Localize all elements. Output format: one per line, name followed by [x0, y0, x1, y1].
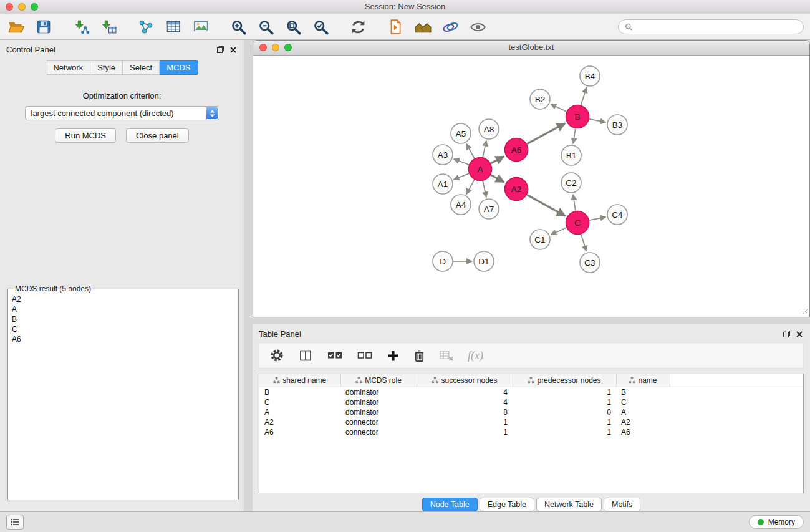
- status-menu-button[interactable]: [6, 515, 24, 530]
- network-node-C2[interactable]: C2: [561, 173, 581, 193]
- network-node-A3[interactable]: A3: [433, 145, 453, 165]
- dropdown-stepper-icon: [206, 107, 218, 119]
- network-edge-A-A6[interactable]: [491, 157, 504, 163]
- network-node-B1[interactable]: B1: [561, 145, 581, 165]
- tab-motifs[interactable]: Motifs: [604, 498, 640, 511]
- table-row[interactable]: A6connector11A6: [259, 427, 803, 437]
- run-mcds-button[interactable]: Run MCDS: [55, 128, 116, 143]
- network-node-D1[interactable]: D1: [474, 251, 494, 271]
- import-network-icon[interactable]: [71, 17, 91, 37]
- network-edge-A-A5[interactable]: [466, 144, 475, 158]
- network-canvas-area[interactable]: B4B2BB3A8A5A6B1A3AC2A1A2A4A7C4CC1C3DD1: [253, 56, 809, 317]
- network-edge-B-B2[interactable]: [551, 104, 566, 112]
- network-edge-B-B4[interactable]: [581, 87, 587, 105]
- new-table-icon[interactable]: [163, 17, 183, 37]
- column-header-successor-nodes[interactable]: successor nodes: [417, 374, 513, 387]
- network-node-A5[interactable]: A5: [451, 123, 471, 143]
- column-layout-icon[interactable]: [298, 348, 313, 363]
- zoom-selected-icon[interactable]: [311, 17, 330, 37]
- network-node-A7[interactable]: A7: [479, 199, 499, 219]
- network-node-A[interactable]: A: [469, 158, 492, 181]
- network-edge-A2-C[interactable]: [527, 195, 565, 216]
- float-panel-icon[interactable]: [217, 46, 224, 53]
- network-node-C[interactable]: C: [566, 211, 589, 235]
- function-builder-icon[interactable]: f(x): [468, 349, 483, 362]
- network-canvas[interactable]: B4B2BB3A8A5A6B1A3AC2A1A2A4A7C4CC1C3DD1: [253, 56, 809, 317]
- tab-select[interactable]: Select: [123, 60, 160, 75]
- first-neighbors-icon[interactable]: [413, 17, 433, 37]
- help-document-icon[interactable]: [385, 17, 405, 37]
- memory-button[interactable]: Memory: [749, 515, 804, 529]
- tab-node-table[interactable]: Node Table: [422, 498, 478, 511]
- network-edge-A-A1[interactable]: [454, 173, 469, 180]
- delete-table-icon[interactable]: [439, 349, 454, 362]
- network-node-A2[interactable]: A2: [505, 178, 528, 201]
- zoom-fit-icon[interactable]: [283, 17, 303, 37]
- network-node-C1[interactable]: C1: [530, 230, 550, 249]
- svg-text:B2: B2: [535, 95, 546, 104]
- column-header-mcds-role[interactable]: MCDS role: [340, 374, 417, 387]
- table-row[interactable]: Cdominator41C: [259, 397, 803, 407]
- network-edge-C-C1[interactable]: [551, 228, 566, 235]
- gear-icon[interactable]: [269, 348, 284, 363]
- network-edge-B-B1[interactable]: [573, 128, 576, 143]
- network-edge-A6-B[interactable]: [527, 123, 565, 144]
- close-panel-button[interactable]: Close panel: [126, 128, 189, 143]
- network-node-B[interactable]: B: [566, 105, 589, 128]
- filter-icon[interactable]: [440, 17, 460, 37]
- search-box[interactable]: [618, 19, 804, 34]
- resize-grip-icon[interactable]: [801, 307, 809, 317]
- criterion-dropdown[interactable]: largest connected component (directed): [25, 106, 219, 120]
- network-node-A1[interactable]: A1: [433, 174, 453, 194]
- import-table-icon[interactable]: [99, 17, 118, 37]
- network-edge-A-A3[interactable]: [454, 159, 469, 165]
- tab-style[interactable]: Style: [90, 60, 123, 75]
- network-window-titlebar: testGlobe.txt: [253, 41, 809, 56]
- deselect-all-icon[interactable]: [357, 349, 373, 362]
- select-all-icon[interactable]: [327, 349, 343, 362]
- tab-edge-table[interactable]: Edge Table: [480, 498, 534, 511]
- float-table-panel-icon[interactable]: [783, 331, 790, 337]
- show-hide-icon[interactable]: [468, 17, 488, 37]
- table-cell: A: [616, 407, 670, 417]
- zoom-out-icon[interactable]: [256, 17, 276, 37]
- table-cell: 1: [513, 387, 616, 398]
- refresh-layout-icon[interactable]: [348, 17, 368, 37]
- network-node-A6[interactable]: A6: [505, 138, 528, 162]
- save-session-icon[interactable]: [34, 17, 54, 37]
- network-node-B4[interactable]: B4: [580, 66, 600, 86]
- network-edge-A-A8[interactable]: [483, 141, 486, 157]
- network-node-C4[interactable]: C4: [607, 205, 627, 225]
- network-edge-A-A7[interactable]: [483, 181, 486, 197]
- network-node-A8[interactable]: A8: [479, 119, 499, 139]
- network-node-A4[interactable]: A4: [451, 195, 471, 215]
- network-edge-C-C2[interactable]: [573, 195, 576, 211]
- network-edge-C-C4[interactable]: [589, 217, 605, 220]
- network-node-B2[interactable]: B2: [530, 89, 550, 109]
- tab-mcds[interactable]: MCDS: [160, 60, 198, 75]
- table-row[interactable]: Adominator80A: [259, 407, 803, 417]
- column-header-name[interactable]: name: [616, 374, 670, 387]
- network-node-C3[interactable]: C3: [580, 253, 600, 273]
- network-edge-A-A4[interactable]: [466, 180, 475, 194]
- network-edge-C-C3[interactable]: [581, 235, 587, 251]
- zoom-in-icon[interactable]: [228, 17, 248, 37]
- add-row-icon[interactable]: [387, 349, 400, 362]
- tab-network[interactable]: Network: [46, 60, 90, 75]
- column-header-shared-name[interactable]: shared name: [259, 374, 340, 387]
- close-table-panel-icon[interactable]: [796, 331, 803, 337]
- new-network-icon[interactable]: [136, 17, 156, 37]
- network-edge-B-B3[interactable]: [589, 119, 605, 122]
- search-input[interactable]: [637, 22, 797, 32]
- column-header-predecessor-nodes[interactable]: predecessor nodes: [513, 374, 616, 387]
- open-file-icon[interactable]: [6, 17, 26, 37]
- network-node-B3[interactable]: B3: [607, 115, 627, 135]
- export-image-icon[interactable]: [191, 17, 211, 37]
- tab-network-table[interactable]: Network Table: [536, 498, 602, 511]
- delete-row-icon[interactable]: [413, 349, 425, 362]
- close-panel-icon[interactable]: [230, 47, 236, 53]
- table-row[interactable]: A2connector11A2: [259, 417, 803, 427]
- network-node-D[interactable]: D: [433, 251, 453, 271]
- table-row[interactable]: Bdominator41B: [259, 387, 803, 398]
- network-edge-A-A2[interactable]: [491, 175, 504, 182]
